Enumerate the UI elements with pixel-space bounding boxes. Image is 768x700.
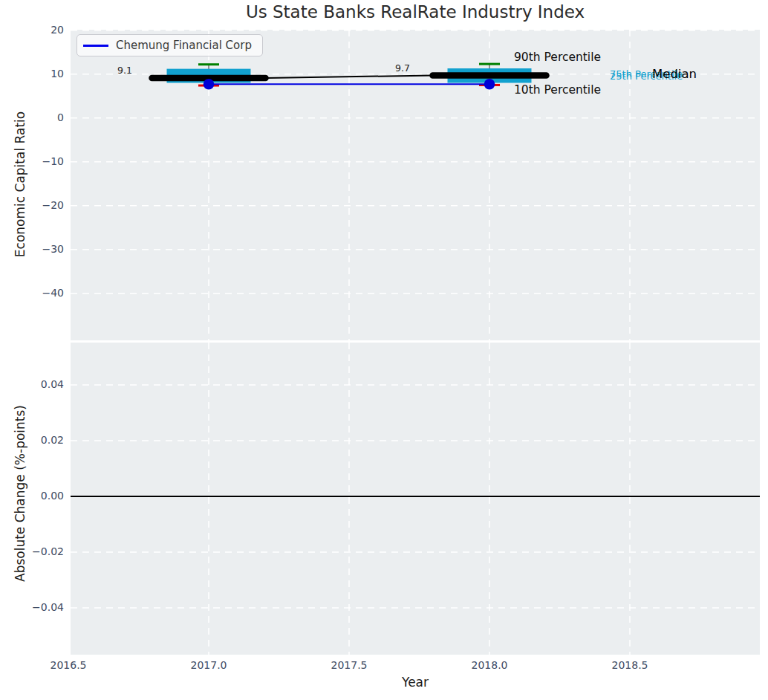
- bottom-y-tick-−0.02: −0.02: [0, 545, 64, 557]
- top-y-tick-10: 10: [0, 68, 64, 80]
- x-tick-2017.0: 2017.0: [183, 659, 235, 671]
- top-y-tick-−30: −30: [0, 243, 64, 255]
- median-value-label-2017: 9.1: [117, 65, 132, 76]
- legend: Chemung Financial Corp: [77, 34, 263, 56]
- bottom-y-tick-0.02: 0.02: [0, 434, 64, 446]
- top-y-tick-0: 0: [0, 111, 64, 123]
- top-y-tick-−40: −40: [0, 287, 64, 299]
- annotation-median: Median: [652, 67, 697, 81]
- x-tick-2016.5: 2016.5: [42, 659, 94, 671]
- annotation-90th-percentile: 90th Percentile: [514, 51, 601, 64]
- x-axis-label: Year: [71, 675, 760, 690]
- top-y-tick-20: 20: [0, 24, 64, 36]
- bottom-y-tick-0.00: 0.00: [0, 490, 64, 502]
- chart-title: Us State Banks RealRate Industry Index: [71, 2, 760, 22]
- x-tick-2017.5: 2017.5: [323, 659, 375, 671]
- bottom-y-tick-−0.04: −0.04: [0, 601, 64, 613]
- legend-label: Chemung Financial Corp: [116, 39, 252, 52]
- top-y-tick-−20: −20: [0, 199, 64, 211]
- x-tick-2018.5: 2018.5: [604, 659, 656, 671]
- bottom-y-tick-0.04: 0.04: [0, 378, 64, 390]
- top-y-axis-label: Economic Capital Ratio: [13, 73, 27, 296]
- figure: Us State Banks RealRate Industry Index E…: [0, 0, 768, 700]
- top-y-tick-−10: −10: [0, 155, 64, 167]
- annotation-10th-percentile: 10th Percentile: [514, 83, 601, 97]
- bottom-plot-area: [71, 343, 760, 655]
- x-tick-2018.0: 2018.0: [463, 659, 515, 671]
- median-value-label-2018: 9.7: [395, 62, 410, 74]
- legend-line-sample: [83, 45, 108, 47]
